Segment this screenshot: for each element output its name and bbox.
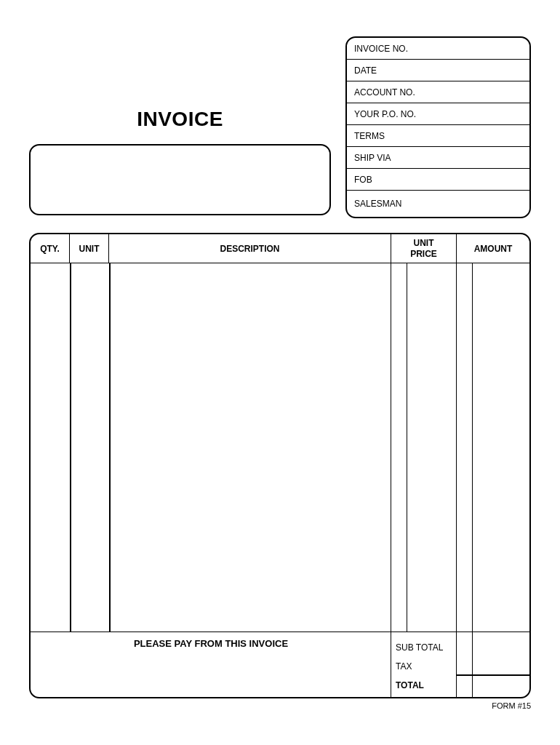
- info-ship-via[interactable]: SHIP VIA: [347, 147, 529, 169]
- table-footer: PLEASE PAY FROM THIS INVOICE SUB TOTAL T…: [31, 632, 529, 698]
- col-header-description: DESCRIPTION: [109, 234, 391, 263]
- col-header-amount: AMOUNT: [457, 234, 529, 263]
- total-label: TOTAL: [396, 676, 457, 695]
- col-header-unit-price: UNIT PRICE: [391, 234, 457, 263]
- unit-price-line1: UNIT: [414, 238, 434, 248]
- col-divider: [472, 263, 473, 632]
- col-divider: [407, 263, 408, 632]
- info-terms[interactable]: TERMS: [347, 125, 529, 147]
- table-body[interactable]: [31, 263, 529, 632]
- col-header-unit: UNIT: [70, 234, 109, 263]
- address-box[interactable]: [29, 144, 331, 215]
- invoice-table: QTY. UNIT DESCRIPTION UNIT PRICE AMOUNT …: [29, 233, 531, 698]
- info-label: SALESMAN: [354, 199, 401, 209]
- info-label: SHIP VIA: [354, 153, 391, 163]
- info-po-no[interactable]: YOUR P.O. NO.: [347, 103, 529, 125]
- info-account-no[interactable]: ACCOUNT NO.: [347, 81, 529, 103]
- invoice-info-box: INVOICE NO. DATE ACCOUNT NO. YOUR P.O. N…: [345, 36, 531, 218]
- info-label: FOB: [354, 175, 372, 185]
- info-label: ACCOUNT NO.: [354, 87, 415, 97]
- row-divider: [457, 674, 529, 676]
- pay-instruction: PLEASE PAY FROM THIS INVOICE: [31, 638, 391, 649]
- subtotal-label: SUB TOTAL: [396, 638, 457, 657]
- info-label: DATE: [354, 65, 377, 76]
- tax-label: TAX: [396, 657, 457, 676]
- info-label: TERMS: [354, 131, 385, 141]
- invoice-title: INVOICE: [29, 108, 331, 131]
- col-divider: [472, 632, 473, 698]
- summary-labels: SUB TOTAL TAX TOTAL: [391, 638, 457, 695]
- col-divider: [109, 263, 111, 632]
- col-header-qty: QTY.: [31, 234, 70, 263]
- info-invoice-no[interactable]: INVOICE NO.: [347, 38, 529, 60]
- info-date[interactable]: DATE: [347, 60, 529, 81]
- info-label: YOUR P.O. NO.: [354, 109, 416, 119]
- form-number: FORM #15: [492, 701, 531, 710]
- info-salesman[interactable]: SALESMAN: [347, 191, 529, 217]
- col-divider: [391, 263, 392, 632]
- info-fob[interactable]: FOB: [347, 169, 529, 191]
- col-divider: [70, 263, 71, 632]
- table-header-row: QTY. UNIT DESCRIPTION UNIT PRICE AMOUNT: [31, 234, 529, 263]
- info-label: INVOICE NO.: [354, 44, 408, 54]
- unit-price-line2: PRICE: [410, 249, 437, 259]
- col-divider: [456, 263, 457, 632]
